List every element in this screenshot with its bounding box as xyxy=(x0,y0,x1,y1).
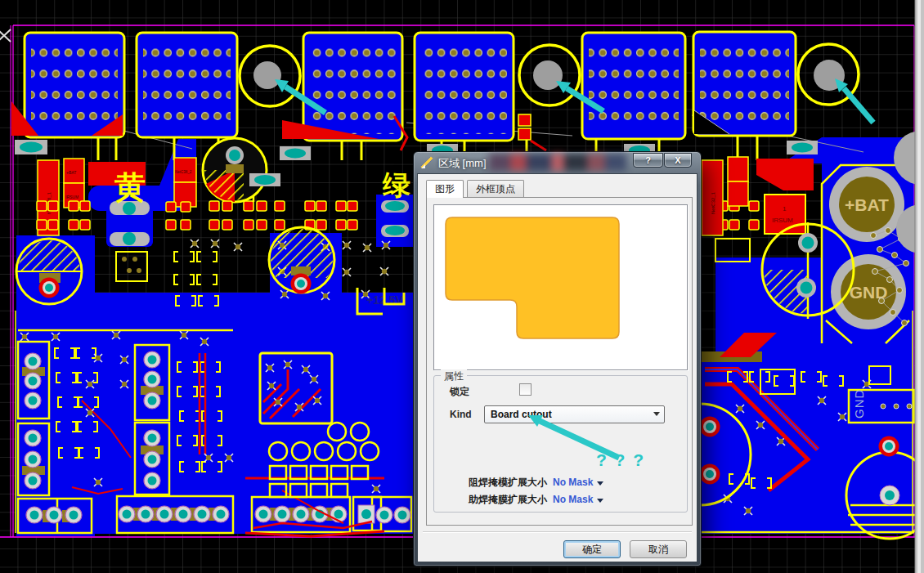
right-panel-strip[interactable] xyxy=(915,0,924,573)
graphics-tab-panel: 属性 锁定 Kind Board cutout 阻焊掩模扩展大小No Mask … xyxy=(426,197,693,526)
dropdown-arrow-icon[interactable] xyxy=(597,499,603,503)
chevron-down-icon xyxy=(653,412,660,416)
dialog-title: 区域 [mm] xyxy=(438,156,487,171)
cap-circle-left[interactable] xyxy=(16,239,82,304)
kind-dropdown-value: Board cutout xyxy=(491,409,552,420)
pcb-editor-viewport: NetC38_1 +BAT IRSUM NetC38_2 xyxy=(0,0,924,573)
bat-terminal-label: +BAT xyxy=(845,195,889,214)
tab-outline-vertices[interactable]: 外框顶点 xyxy=(467,180,524,197)
silkscreen-char-yellow: 黄 xyxy=(114,170,146,204)
region-ruler-icon xyxy=(420,156,433,169)
dialog-titlebar[interactable]: 区域 [mm] ? X xyxy=(414,152,701,173)
kind-label: Kind xyxy=(450,409,472,420)
refdes-label: NetC38_2 xyxy=(175,170,192,174)
refdes-label: +BAT xyxy=(66,170,76,175)
ok-button[interactable]: 确定 xyxy=(563,540,621,558)
gnd-terminal[interactable]: GND xyxy=(831,254,906,329)
tab-graphics[interactable]: 图形 xyxy=(426,180,464,198)
gnd-box-label: GND xyxy=(852,389,866,419)
solder-mask-expansion-value[interactable]: No Mask xyxy=(553,477,593,488)
refdes-label: IRSUM xyxy=(772,217,793,224)
cap-circle-mid[interactable] xyxy=(269,227,334,294)
cancel-button[interactable]: 取消 xyxy=(630,540,687,558)
region-dialog: 区域 [mm] ? X 图形 外框顶点 属性 锁定 Kind Board cut… xyxy=(413,151,702,566)
close-button[interactable]: X xyxy=(664,153,692,168)
footer-separator xyxy=(423,531,692,533)
refdes-label: IRSUM xyxy=(65,195,78,199)
silkscreen-char-green: 绿 xyxy=(382,169,410,200)
region-polygon xyxy=(446,217,619,338)
refdes-label: 1 xyxy=(783,205,787,213)
cap-component[interactable] xyxy=(106,200,153,247)
region-shape-preview xyxy=(433,204,688,370)
solder-mask-expansion-label: 阻焊掩模扩展大小 xyxy=(442,476,547,490)
help-button[interactable]: ? xyxy=(633,153,663,168)
kind-dropdown[interactable]: Board cutout xyxy=(484,405,665,423)
bat-terminal[interactable]: +BAT xyxy=(829,167,904,242)
properties-group: 属性 锁定 Kind Board cutout 阻焊掩模扩展大小No Mask … xyxy=(433,375,688,513)
paste-mask-expansion-label: 助焊掩膜扩展大小 xyxy=(442,493,547,507)
dropdown-arrow-icon[interactable] xyxy=(597,481,603,486)
properties-group-label: 属性 xyxy=(441,369,467,383)
lock-checkbox[interactable] xyxy=(519,383,532,396)
refdes-label: NetC32_1 xyxy=(711,191,715,214)
lock-label: 锁定 xyxy=(450,385,469,399)
dialog-client-area: 图形 外框顶点 属性 锁定 Kind Board cutout 阻焊掩模扩展大小… xyxy=(417,173,697,562)
paste-mask-expansion-value[interactable]: No Mask xyxy=(553,494,593,505)
censored-title-area xyxy=(489,154,626,171)
region-shape-canvas xyxy=(434,205,687,369)
